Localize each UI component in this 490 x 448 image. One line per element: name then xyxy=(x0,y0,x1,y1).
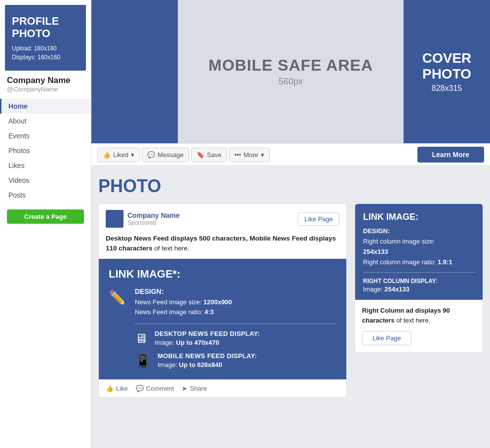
rc-design-label: DESIGN: xyxy=(363,227,475,235)
post-body-rest: of text here. xyxy=(153,244,190,252)
cover-photo-size: 828x315 xyxy=(432,84,462,93)
message-button[interactable]: 💬 Message xyxy=(142,148,189,162)
cover-area: MOBILE SAFE AREA 560px COVER PHOTO 828x3… xyxy=(91,0,490,143)
link-image-box-title: LINK IMAGE*: xyxy=(109,268,336,281)
profile-photo-upload: Upload: 180x180 xyxy=(12,44,79,53)
rc-divider xyxy=(363,272,475,273)
design-size-value: 1200x900 xyxy=(204,298,232,306)
cover-middle: MOBILE SAFE AREA 560px xyxy=(178,0,404,143)
post-company-name: Company Name xyxy=(127,211,298,219)
post-card: Company Name Sponsored Like Page Desktop… xyxy=(98,204,347,398)
desktop-display-label: DESKTOP NEWS FEED DISPLAY: xyxy=(155,330,260,337)
comment-action[interactable]: 💬 Comment xyxy=(136,385,174,392)
cover-left-accent xyxy=(91,0,178,143)
action-bar: 👍 Liked ▾ 💬 Message 🔖 Save ••• More ▾ Le… xyxy=(91,143,490,166)
mobile-display-section: 📱 MOBILE NEWS FEED DISPLAY: Image: Up to… xyxy=(135,352,336,370)
rc-image-size-label: Right column image size: xyxy=(363,237,475,247)
cards-row: Company Name Sponsored Like Page Desktop… xyxy=(98,204,483,398)
comment-action-label: Comment xyxy=(146,385,174,392)
desktop-icon: 🖥 xyxy=(135,331,148,346)
nav-item-likes[interactable]: Likes xyxy=(0,158,91,173)
profile-photo-title: PROFILE PHOTO xyxy=(12,15,79,40)
pencil-icon: ✏️ xyxy=(109,290,126,305)
share-action-icon: ➤ xyxy=(182,385,187,392)
nav-item-posts[interactable]: Posts xyxy=(0,188,91,203)
liked-dropdown-icon: ▾ xyxy=(131,151,134,159)
photo-section: PHOTO Company Name Sponsored Like Page D… xyxy=(91,166,490,403)
like-action-icon: 👍 xyxy=(106,385,114,392)
company-name: Company Name xyxy=(7,76,84,85)
nav-item-about[interactable]: About xyxy=(0,114,91,128)
link-inner: ✏️ DESIGN: News Feed image size: 1200x90… xyxy=(109,287,336,371)
post-sponsored: Sponsored xyxy=(127,219,298,226)
thumbs-up-icon: 👍 xyxy=(103,151,111,159)
desktop-display-section: 🖥 DESKTOP NEWS FEED DISPLAY: Image: Up t… xyxy=(135,330,336,348)
main-content: MOBILE SAFE AREA 560px COVER PHOTO 828x3… xyxy=(91,0,490,448)
design-ratio-info: News Feed image ratio: 4:3 xyxy=(135,307,336,318)
like-page-button[interactable]: Like Page xyxy=(298,212,339,226)
profile-photo-display: Displays: 160x160 xyxy=(12,53,79,62)
post-body-text: Desktop News Feed displays 500 character… xyxy=(99,232,346,259)
company-name-block: Company Name @CompanyName xyxy=(0,71,91,95)
mobile-display-image: Image: Up to 626x840 xyxy=(158,360,257,370)
design-ratio-label: News Feed image ratio: xyxy=(135,308,204,316)
design-label: DESIGN: xyxy=(135,287,336,295)
share-action[interactable]: ➤ Share xyxy=(182,385,207,392)
comment-action-icon: 💬 xyxy=(136,385,144,392)
liked-button[interactable]: 👍 Liked ▾ xyxy=(97,148,140,162)
more-dropdown-icon: ▾ xyxy=(261,151,264,159)
message-label: Message xyxy=(158,151,184,159)
more-button[interactable]: ••• More ▾ xyxy=(229,148,269,162)
mobile-display-label: MOBILE NEWS FEED DISPLAY: xyxy=(158,352,257,360)
post-avatar xyxy=(106,210,123,228)
bookmark-icon: 🔖 xyxy=(197,151,204,159)
rc-body: Right Column ad displays 90 characters o… xyxy=(355,300,483,352)
rc-ratio-info: Right column image ratio: 1.9:1 xyxy=(363,257,475,268)
link-details: DESIGN: News Feed image size: 1200x900 N… xyxy=(135,287,336,371)
like-action[interactable]: 👍 Like xyxy=(106,385,128,392)
nav-list: Home About Events Photos Likes Videos Po… xyxy=(0,99,91,203)
rc-link-title: LINK IMAGE: xyxy=(363,212,475,222)
rc-body-text: Right Column ad displays 90 characters o… xyxy=(362,306,476,325)
rc-display-image: Image: 254x133 xyxy=(363,285,475,293)
post-card-header: Company Name Sponsored Like Page xyxy=(99,204,346,232)
nav-item-photos[interactable]: Photos xyxy=(0,143,91,158)
desktop-display-image: Image: Up to 470x470 xyxy=(155,337,260,348)
photo-heading: PHOTO xyxy=(98,176,483,197)
more-label: More xyxy=(244,151,258,159)
divider-line-1 xyxy=(135,324,336,324)
nav-item-home[interactable]: Home xyxy=(0,99,91,114)
profile-photo-box: PROFILE PHOTO Upload: 180x180 Displays: … xyxy=(5,5,86,71)
liked-label: Liked xyxy=(113,151,128,159)
more-dots-icon: ••• xyxy=(234,151,241,159)
mobile-icon: 📱 xyxy=(135,353,151,368)
rc-display-label: RIGHT COLUMN DISPLAY: xyxy=(363,278,475,285)
mobile-safe-px: 560px xyxy=(279,77,303,87)
rc-link-box: LINK IMAGE: DESIGN: Right column image s… xyxy=(355,204,483,300)
rc-body-rest: of text here. xyxy=(395,317,430,324)
mobile-safe-label: MOBILE SAFE AREA xyxy=(208,56,373,75)
right-col-card: LINK IMAGE: DESIGN: Right column image s… xyxy=(355,204,483,353)
share-action-label: Share xyxy=(190,385,207,392)
desktop-display-info: DESKTOP NEWS FEED DISPLAY: Image: Up to … xyxy=(155,330,260,348)
post-info: Company Name Sponsored xyxy=(127,211,298,226)
design-size-info: News Feed image size: 1200x900 xyxy=(135,297,336,308)
mobile-display-info: MOBILE NEWS FEED DISPLAY: Image: Up to 6… xyxy=(158,352,257,370)
desktop-display-size: Up to 470x470 xyxy=(176,339,219,346)
pencil-icon-wrap: ✏️ xyxy=(109,289,126,306)
nav-item-videos[interactable]: Videos xyxy=(0,173,91,188)
learn-more-button[interactable]: Learn More xyxy=(417,147,484,163)
nav-item-events[interactable]: Events xyxy=(0,128,91,143)
rc-image-size-value: 254x133 xyxy=(363,247,475,257)
save-label: Save xyxy=(207,151,222,159)
post-body-bold: Desktop News Feed displays 500 character… xyxy=(106,235,336,252)
company-handle: @CompanyName xyxy=(7,85,84,93)
save-button[interactable]: 🔖 Save xyxy=(191,148,227,162)
post-actions: 👍 Like 💬 Comment ➤ Share xyxy=(99,379,346,397)
link-image-box: LINK IMAGE*: ✏️ DESIGN: News Feed image … xyxy=(99,259,346,380)
create-page-button[interactable]: Create a Page xyxy=(7,209,84,224)
rc-like-page-button[interactable]: Like Page xyxy=(362,331,411,345)
cover-photo-title: COVER PHOTO xyxy=(404,50,490,82)
design-ratio-value: 4:3 xyxy=(204,308,214,316)
sidebar: PROFILE PHOTO Upload: 180x180 Displays: … xyxy=(0,0,91,448)
